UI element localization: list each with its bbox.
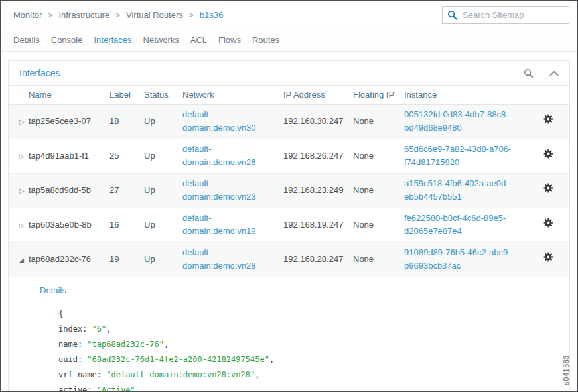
tab-flows[interactable]: Flows bbox=[218, 35, 241, 45]
cell-network-link[interactable]: default-domain:demo:vn26 bbox=[182, 144, 256, 167]
cell-network-link[interactable]: default-domain:demo:vn19 bbox=[182, 213, 256, 236]
breadcrumb-infrastructure[interactable]: Infrastructure bbox=[58, 10, 109, 20]
cell-name: tap5a8cd9dd-5b bbox=[29, 173, 109, 208]
cell-ip-address: 192.168.23.249 bbox=[283, 173, 353, 208]
column-header-floating-ip[interactable]: Floating IP bbox=[353, 86, 404, 104]
cell-instance-link[interactable]: 65d6c6e9-7a82-43d8-a706-f74d81715920 bbox=[404, 144, 511, 167]
json-comma: , bbox=[255, 370, 259, 379]
table-row: ▷ tap4d91aab1-f1 25 Up default-domain:de… bbox=[9, 139, 569, 173]
cell-label: 25 bbox=[109, 139, 144, 173]
sitemap-search bbox=[442, 6, 569, 24]
interfaces-table-body: ▷ tap25e5cee3-07 18 Up default-domain:de… bbox=[9, 104, 569, 277]
gear-icon bbox=[543, 114, 553, 124]
collapse-panel-chevron-up-icon[interactable] bbox=[549, 70, 559, 76]
cell-status: Up bbox=[144, 173, 182, 208]
cell-instance-link[interactable]: fe622580-b0cf-4c6d-89e5-d2065e7e87e4 bbox=[404, 213, 506, 236]
json-entries: index: "6", name: "tap68ad232c-76", uuid… bbox=[40, 322, 569, 392]
breadcrumb-virtual-routers[interactable]: Virtual Routers bbox=[126, 10, 183, 20]
column-header-ip-address[interactable]: IP Address bbox=[283, 86, 353, 104]
cell-label: 27 bbox=[109, 173, 144, 208]
tab-bar: Details Console Interfaces Networks ACL … bbox=[1, 29, 577, 52]
breadcrumb-monitor[interactable]: Monitor bbox=[13, 10, 42, 20]
row-settings-gear-button[interactable] bbox=[543, 183, 553, 193]
column-header-label[interactable]: Label bbox=[109, 86, 144, 104]
json-comma: , bbox=[135, 385, 140, 392]
cell-status: Up bbox=[144, 242, 182, 277]
cell-ip-address: 192.168.30.247 bbox=[283, 104, 353, 139]
column-expander-spacer bbox=[9, 86, 29, 104]
cell-network-link[interactable]: default-domain:demo:vn23 bbox=[182, 178, 256, 202]
json-line: index: "6", bbox=[40, 322, 569, 337]
tab-details[interactable]: Details bbox=[13, 35, 40, 45]
cell-ip-address: 192.168.19.247 bbox=[283, 208, 353, 242]
table-row: ▷ tap25e5cee3-07 18 Up default-domain:de… bbox=[9, 104, 569, 139]
search-icon bbox=[447, 10, 457, 23]
json-value: "6" bbox=[92, 324, 107, 334]
cell-ip-address: 192.168.26.247 bbox=[283, 139, 353, 173]
cell-name: tap4d91aab1-f1 bbox=[29, 139, 109, 173]
figure-id-watermark: s041583 bbox=[562, 355, 570, 385]
tab-routes[interactable]: Routes bbox=[252, 35, 279, 45]
cell-label: 18 bbox=[109, 104, 144, 139]
json-collapse-toggle[interactable]: − bbox=[49, 309, 54, 318]
tab-networks[interactable]: Networks bbox=[143, 35, 179, 45]
column-header-instance[interactable]: Instance bbox=[404, 86, 528, 104]
json-open-brace: { bbox=[58, 309, 63, 318]
cell-instance-link[interactable]: 91089d89-76b5-46c2-abc9-b9693bcb37ac bbox=[404, 247, 510, 271]
cell-label: 19 bbox=[109, 242, 144, 277]
row-settings-gear-button[interactable] bbox=[543, 149, 553, 159]
column-actions-spacer bbox=[528, 86, 569, 104]
cell-floating-ip: None bbox=[353, 104, 404, 139]
sitemap-search-input[interactable] bbox=[442, 6, 569, 24]
json-value: "default-domain:demo:vn28:vn28" bbox=[106, 370, 255, 379]
grid-search-icon[interactable] bbox=[524, 68, 534, 78]
column-header-network[interactable]: Network bbox=[182, 86, 283, 104]
json-key: vrf_name: bbox=[58, 370, 106, 379]
json-key: active: bbox=[58, 385, 97, 392]
row-settings-gear-button[interactable] bbox=[543, 252, 553, 262]
cell-instance-link[interactable]: a159c518-4fb6-402a-ae0d-eb5b4457b551 bbox=[404, 178, 509, 202]
row-expander-icon[interactable]: ▷ bbox=[9, 220, 25, 231]
row-expander-icon[interactable]: ◢ bbox=[9, 256, 24, 265]
json-comma: , bbox=[106, 324, 111, 334]
panel-header-actions bbox=[524, 68, 559, 78]
details-label: Details : bbox=[40, 285, 569, 295]
gear-icon bbox=[543, 218, 553, 228]
top-bar: Monitor > Infrastructure > Virtual Route… bbox=[1, 1, 577, 29]
gear-icon bbox=[543, 149, 553, 159]
tab-interfaces[interactable]: Interfaces bbox=[94, 35, 131, 45]
json-key: index: bbox=[58, 324, 92, 334]
breadcrumb-current-node[interactable]: b1s36 bbox=[200, 10, 223, 20]
json-line: active: "Active", bbox=[40, 383, 569, 392]
json-comma: , bbox=[164, 340, 169, 349]
breadcrumb: Monitor > Infrastructure > Virtual Route… bbox=[13, 10, 223, 20]
tab-console[interactable]: Console bbox=[51, 35, 83, 45]
cell-floating-ip: None bbox=[353, 139, 404, 173]
json-value: "Active" bbox=[97, 385, 135, 392]
gear-icon bbox=[543, 252, 553, 262]
json-comma: , bbox=[269, 355, 274, 364]
cell-floating-ip: None bbox=[353, 208, 404, 242]
cell-ip-address: 192.168.28.247 bbox=[283, 242, 353, 277]
cell-name: tap68ad232c-76 bbox=[29, 242, 109, 277]
tab-acl[interactable]: ACL bbox=[190, 35, 207, 45]
row-settings-gear-button[interactable] bbox=[543, 218, 553, 228]
table-row: ▷ tap5a8cd9dd-5b 27 Up default-domain:de… bbox=[9, 173, 569, 208]
json-value: "tap68ad232c-76" bbox=[87, 340, 164, 349]
breadcrumb-separator: > bbox=[48, 11, 52, 20]
row-expander-icon[interactable]: ▷ bbox=[9, 186, 25, 196]
row-settings-gear-button[interactable] bbox=[543, 114, 553, 124]
column-header-name[interactable]: Name bbox=[29, 86, 109, 104]
interfaces-table: Name Label Status Network IP Address Flo… bbox=[9, 86, 569, 277]
cell-instance-link[interactable]: 005132fd-0d83-4db7-88c8-bd49d68e9480 bbox=[404, 109, 509, 133]
cell-network-link[interactable]: default-domain:demo:vn28 bbox=[182, 247, 256, 271]
json-root-line: −{ bbox=[40, 306, 569, 322]
row-expander-icon[interactable]: ▷ bbox=[9, 117, 25, 127]
cell-network-link[interactable]: default-domain:demo:vn30 bbox=[182, 109, 256, 133]
json-line: uuid: "68ad232c-76d1-4fe2-a200-421824975… bbox=[40, 352, 569, 367]
json-key: name: bbox=[58, 340, 87, 349]
column-header-status[interactable]: Status bbox=[144, 86, 182, 104]
row-expander-icon[interactable]: ▷ bbox=[9, 151, 25, 162]
cell-label: 16 bbox=[109, 208, 144, 242]
table-row: ▷ tap603a5e0b-8b 16 Up default-domain:de… bbox=[9, 208, 569, 242]
